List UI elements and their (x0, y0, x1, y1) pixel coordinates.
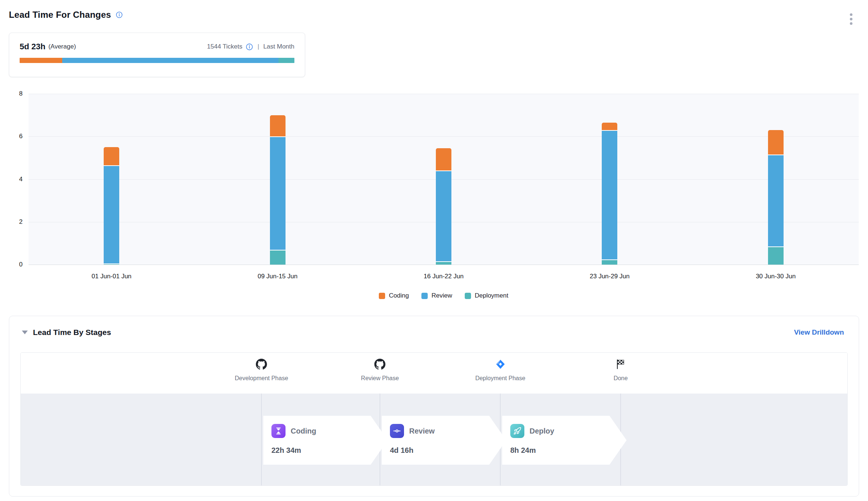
page-title: Lead Time For Changes (9, 10, 111, 20)
github-icon (374, 359, 385, 370)
stage-duration-value: 22h 34m (271, 446, 388, 455)
phase-header-done: Done (614, 359, 628, 382)
bar-segment-deployment[interactable] (602, 259, 617, 265)
bar-segment-review[interactable] (602, 130, 617, 259)
bar-segment-review[interactable] (104, 165, 119, 263)
lead-time-by-stages-card: Lead Time By Stages View Drilldown Devel… (9, 316, 859, 497)
tickets-info-icon[interactable] (246, 43, 253, 51)
rocket-icon (513, 427, 521, 435)
x-tick-label: 30 Jun-30 Jun (693, 273, 859, 280)
legend-item-deployment[interactable]: Deployment (465, 292, 508, 299)
rocket-icon-tile (510, 424, 524, 438)
stage-card-review: Review4d 16h (382, 416, 506, 465)
info-icon[interactable] (116, 11, 123, 19)
y-tick-label: 2 (8, 218, 23, 226)
stacked-bar[interactable] (768, 130, 784, 265)
jira-icon (495, 359, 506, 370)
hourglass-icon-tile (271, 424, 286, 438)
legend-swatch (421, 293, 428, 299)
tickets-count: 1544 Tickets (207, 43, 242, 50)
stages-lane: Coding22h 34mReview4d 16hDeploy8h 24m (21, 394, 847, 485)
stage-duration-value: 4d 16h (390, 446, 506, 455)
legend-label: Review (431, 292, 452, 299)
bar-segment-coding[interactable] (436, 148, 451, 171)
stages-header: Lead Time By Stages View Drilldown (9, 316, 859, 337)
bar-segment-coding[interactable] (602, 123, 617, 130)
average-qualifier: (Average) (49, 43, 76, 50)
bar-segment-deployment[interactable] (104, 263, 119, 265)
bar-segment-review[interactable] (270, 136, 286, 249)
y-tick-label: 0 (8, 261, 23, 268)
kebab-menu-icon[interactable] (848, 12, 854, 26)
average-lead-time-value: 5d 23h (20, 42, 46, 52)
x-axis-labels: 01 Jun-01 Jun09 Jun-15 Jun16 Jun-22 Jun2… (29, 273, 859, 282)
phase-header-band: Development PhaseReview PhaseDeployment … (21, 353, 847, 394)
commit-icon (393, 427, 401, 435)
stage-title: Coding (291, 427, 316, 435)
bar-segment-coding[interactable] (104, 147, 119, 165)
stage-title: Review (409, 427, 435, 435)
bar-segment-coding[interactable] (270, 115, 286, 137)
bar-segment-review[interactable] (768, 155, 784, 246)
summary-bar-segment-review (62, 58, 278, 63)
bar-segment-coding[interactable] (768, 130, 784, 155)
legend-label: Deployment (475, 292, 508, 299)
lane-divider (261, 394, 262, 485)
bar-segment-deployment[interactable] (768, 246, 784, 265)
period-label: Last Month (263, 43, 294, 50)
stage-card-coding: Coding22h 34m (263, 416, 388, 465)
stage-title: Deploy (530, 427, 554, 435)
checkered-flag-icon (615, 359, 626, 370)
summary-bar-segment-deployment (278, 58, 294, 63)
stages-flow-panel: Development PhaseReview PhaseDeployment … (20, 352, 848, 486)
x-tick-label: 01 Jun-01 Jun (29, 273, 194, 280)
legend-swatch (465, 293, 471, 299)
bar-segment-review[interactable] (436, 170, 451, 261)
collapse-triangle-icon[interactable] (22, 331, 28, 334)
stage-card-deploy: Deploy8h 24m (502, 416, 627, 465)
legend-swatch (379, 293, 385, 299)
plot-area: 02468 (29, 94, 859, 265)
stacked-bar[interactable] (436, 148, 451, 265)
phase-header-review-phase: Review Phase (361, 359, 399, 382)
phase-label: Development Phase (235, 375, 288, 382)
stacked-bar[interactable] (270, 115, 286, 265)
phase-label: Deployment Phase (475, 375, 525, 382)
gridline-y0 (29, 265, 859, 265)
y-tick-label: 4 (8, 176, 23, 183)
separator: | (257, 43, 259, 50)
lead-time-dashboard: Lead Time For Changes 5d 23h (Average) 1… (0, 0, 868, 501)
legend-label: Coding (389, 292, 409, 299)
summary-card: 5d 23h (Average) 1544 Tickets | Last Mon… (9, 33, 305, 77)
x-tick-label: 16 Jun-22 Jun (361, 273, 527, 280)
stage-duration-value: 8h 24m (510, 446, 627, 455)
commit-icon-tile (390, 424, 404, 438)
bar-segment-deployment[interactable] (436, 261, 451, 265)
page-header: Lead Time For Changes (9, 10, 123, 20)
x-tick-label: 23 Jun-29 Jun (527, 273, 692, 280)
legend-item-review[interactable]: Review (421, 292, 452, 299)
gridline-y8 (29, 94, 859, 94)
summary-progress-bar (20, 58, 294, 63)
chart-legend: CodingReviewDeployment (29, 292, 859, 299)
hourglass-icon (274, 427, 283, 435)
stacked-bar[interactable] (602, 123, 617, 265)
stages-title: Lead Time By Stages (33, 328, 111, 337)
stacked-bar[interactable] (104, 147, 119, 265)
y-tick-label: 6 (8, 133, 23, 140)
legend-item-coding[interactable]: Coding (379, 292, 409, 299)
phase-header-development-phase: Development Phase (235, 359, 288, 382)
bar-segment-deployment[interactable] (270, 250, 286, 265)
gridline-y6 (29, 136, 859, 137)
phase-header-deployment-phase: Deployment Phase (475, 359, 525, 382)
phase-label: Review Phase (361, 375, 399, 382)
github-icon (256, 359, 267, 370)
y-tick-label: 8 (8, 90, 23, 97)
view-drilldown-link[interactable]: View Drilldown (794, 328, 844, 336)
x-tick-label: 09 Jun-15 Jun (194, 273, 360, 280)
summary-bar-segment-coding (20, 58, 62, 63)
phase-label: Done (614, 375, 628, 382)
